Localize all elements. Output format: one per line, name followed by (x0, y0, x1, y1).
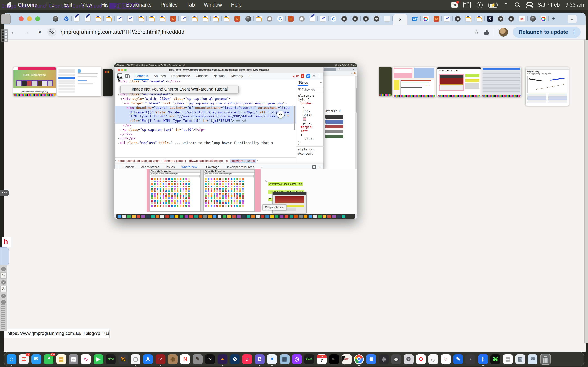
breadcrumb-item[interactable]: div.entry-content (164, 159, 186, 162)
dock-app-appstore[interactable]: A (143, 354, 153, 364)
dock-app-apple-tv[interactable]: tv (205, 354, 215, 364)
pinned-tab-chromeD[interactable] (361, 15, 370, 23)
profile-avatar[interactable] (499, 27, 508, 36)
keyboard-window-icon[interactable] (463, 2, 471, 8)
dock-app-bluetooth[interactable]: ᛒ (478, 354, 488, 364)
pinned-tab-pencilO[interactable] (158, 15, 167, 23)
dock-app-blocked[interactable]: ⊘ (230, 354, 240, 364)
relaunch-kebab-icon[interactable]: ⋮ (571, 29, 577, 35)
accessibility-person-icon[interactable]: ⊹ (277, 111, 284, 118)
pinned-tab-chromeD[interactable] (453, 15, 462, 23)
devtools-sync-icon[interactable]: ⟳ (306, 74, 310, 78)
new-tab-button[interactable]: + (552, 15, 555, 22)
code-line[interactable]: ▸<p class="wp-caption-text" id="psi0">…<… (115, 128, 296, 133)
pinned-tab-pencil[interactable] (308, 15, 317, 23)
pinned-tab-pencilO[interactable] (464, 15, 473, 23)
menu-item[interactable]: Window (204, 2, 222, 8)
dock-app-chrome[interactable] (354, 354, 364, 364)
devtools-tab-sources[interactable]: Sources (154, 74, 166, 78)
code-line[interactable]: </a> (115, 124, 296, 128)
dock-app-safari[interactable]: ✦ (267, 354, 277, 364)
style-rule-line[interactable]: solid (298, 113, 323, 117)
thumbnail-rjm-site[interactable]: RJM Programming Our Information Technolo… (13, 67, 56, 96)
inner-zoom-button[interactable] (124, 69, 126, 71)
menu-item[interactable]: Profiles (161, 2, 178, 8)
dock-app-files[interactable]: ▧ (515, 354, 525, 364)
dock-app-finder[interactable]: ☺ (7, 354, 16, 364)
drawer-kebab-icon[interactable]: ⋮ (117, 165, 120, 169)
embedded-screenshot[interactable]: ChromeFile Edit View History Bookmarks P… (114, 63, 357, 219)
device-toolbar-icon[interactable] (125, 74, 130, 78)
extensions-icon[interactable] (484, 30, 489, 34)
pinned-tab-pencilO[interactable] (94, 15, 103, 23)
devtools-tab-console[interactable]: Console (196, 74, 208, 78)
drawer-tab-close-icon[interactable]: × (198, 165, 199, 168)
dock-app-launchpad[interactable]: ▦ (69, 354, 78, 364)
dock-app-textedit[interactable]: ▢ (131, 354, 140, 364)
pinned-tab-line[interactable] (180, 15, 189, 23)
pinned-tab-pencil[interactable] (72, 15, 81, 23)
dock-app-calculator[interactable]: % (118, 354, 128, 364)
devtools-tab-network[interactable]: Network (214, 74, 226, 78)
tab-search-chevron-icon[interactable]: ⌄ (568, 15, 577, 23)
thumbnail-dark-partial[interactable] (103, 69, 113, 96)
dock-app-terminal[interactable]: exec (106, 354, 116, 364)
dock-app-contacts[interactable]: ◉ (168, 354, 178, 364)
vertical-tab[interactable]: S (0, 272, 7, 278)
dock-app-music[interactable]: ♫ (242, 354, 252, 364)
drawer-close-icon[interactable]: × (320, 165, 321, 168)
dock-app-inkscape[interactable]: ◆ (391, 354, 401, 364)
pinned-tab-pencil[interactable] (83, 15, 92, 23)
color-swatch-pink[interactable] (303, 117, 306, 120)
close-window-button[interactable] (19, 16, 24, 21)
dock-app-filezilla[interactable]: FZ (155, 354, 165, 364)
drawer-tab-developer-resources[interactable]: Developer resources (226, 165, 254, 169)
pinned-tab-google[interactable]: G (276, 15, 285, 23)
forward-button[interactable]: → (23, 28, 30, 36)
pinned-tab-dots[interactable] (421, 15, 430, 23)
emoji-grid-player2[interactable]: Player 2 (or B) Look for at left (or in … (203, 169, 255, 212)
dock-app-terminal-2[interactable]: exec (304, 354, 314, 364)
pinned-tab-chromeD[interactable] (340, 15, 349, 23)
drawer-tab-console[interactable]: Console (123, 165, 135, 169)
styles-more-icon[interactable]: » (320, 81, 322, 84)
vertical-tab[interactable]: S (0, 286, 7, 292)
menu-item[interactable]: Help (231, 2, 241, 8)
code-line[interactable]: ▼<div class="entry-content"> (115, 93, 296, 97)
pinned-tab-globe[interactable] (51, 15, 60, 23)
breadcrumb-item[interactable]: a (226, 159, 228, 162)
menu-item[interactable]: Tab (187, 2, 195, 8)
dock-app-mail[interactable]: ✉ (31, 354, 41, 364)
dock-app-news[interactable]: N (180, 354, 190, 364)
pinned-tab-line[interactable] (319, 15, 328, 23)
thumbnail-olive-desktop[interactable] (379, 67, 392, 96)
pinned-tab-pencilO[interactable] (201, 15, 210, 23)
style-rule-line[interactable]: } (298, 141, 323, 145)
menu-bar-date[interactable]: Sat 7 Feb (537, 2, 560, 8)
styles-filter-bar[interactable]: F :hov .cls (296, 87, 324, 92)
pinned-tab-book[interactable] (432, 15, 441, 23)
dock-app-gimp[interactable]: ✎ (193, 354, 203, 364)
devtools-tab-memory[interactable]: Memory (231, 74, 243, 78)
style-rule-line[interactable]: margin- (298, 125, 323, 129)
inner-minimize-button[interactable] (121, 69, 123, 71)
dock-app-opera[interactable]: O (416, 354, 426, 364)
dock-app-firefox[interactable]: ◕ (217, 354, 227, 364)
pinned-tab-line[interactable] (443, 15, 452, 23)
code-line[interactable]: ▼<div class="entry-meta">…</div> (115, 80, 296, 84)
pinned-tab-pencilO[interactable] (222, 15, 231, 23)
drawer-tab-issues[interactable]: Issues (166, 165, 174, 169)
dock-app-bear[interactable]: B (255, 354, 265, 364)
control-center-icon[interactable] (526, 2, 532, 8)
pinned-tab-book[interactable] (233, 15, 242, 23)
dock-app-messages[interactable]: ❝209 (44, 354, 53, 364)
pinned-tab-ghost[interactable] (297, 15, 306, 23)
pinned-tab-line[interactable] (126, 15, 135, 23)
style-rule-line[interactable]: pink; (298, 121, 323, 125)
devtools-settings-icon[interactable]: ⚙ (312, 74, 316, 78)
drawer-tab-what-s-new[interactable]: What's new× (181, 165, 199, 169)
console-warnings-badge[interactable]: 12 (292, 74, 299, 78)
devtools-kebab-icon[interactable]: ⋮ (318, 74, 321, 78)
dock-app-trash[interactable] (540, 354, 551, 364)
devtools-tab-performance[interactable]: Performance (171, 74, 190, 78)
